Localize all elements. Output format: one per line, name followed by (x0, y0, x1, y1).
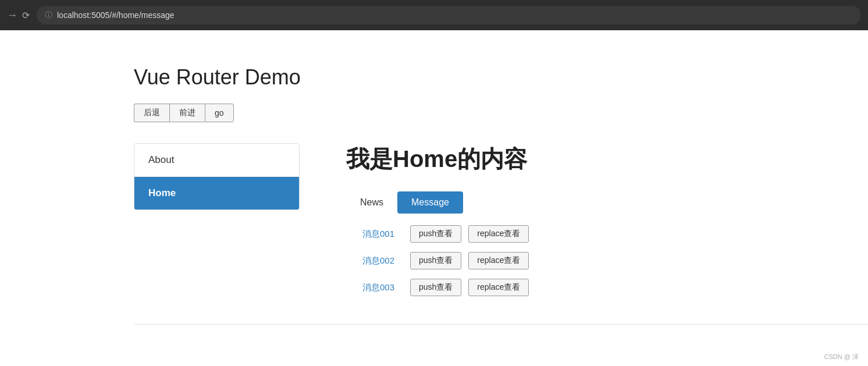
back-arrow-icon[interactable]: → (7, 9, 17, 22)
sidebar-item-home[interactable]: Home (134, 177, 299, 209)
main-layout: About Home 我是Home的内容 News Message 消息001 … (134, 143, 868, 305)
separator (134, 324, 868, 325)
browser-bar: → ⟳ ⓘ localhost:5005/#/home/message (0, 0, 868, 30)
sidebar: About Home (134, 143, 300, 210)
replace-button-001[interactable]: replace查看 (468, 225, 529, 243)
message-link-002[interactable]: 消息002 (362, 255, 403, 266)
tab-message[interactable]: Message (397, 191, 463, 214)
page-content: Vue Router Demo 后退 前进 go About Home 我是Ho… (0, 30, 868, 348)
right-content: 我是Home的内容 News Message 消息001 push查看 repl… (300, 143, 868, 305)
tab-news[interactable]: News (346, 191, 397, 214)
go-button[interactable]: go (205, 104, 234, 122)
sub-tabs: News Message (346, 191, 868, 214)
forward-button[interactable]: 前进 (169, 104, 205, 122)
replace-button-003[interactable]: replace查看 (468, 279, 529, 296)
list-item: 消息002 push查看 replace查看 (362, 252, 868, 269)
list-item: 消息001 push查看 replace查看 (362, 225, 868, 243)
replace-button-002[interactable]: replace查看 (468, 252, 529, 269)
push-button-001[interactable]: push查看 (410, 225, 461, 243)
browser-nav: → ⟳ (7, 9, 30, 22)
message-link-001[interactable]: 消息001 (362, 229, 403, 240)
home-content-title: 我是Home的内容 (346, 143, 868, 175)
page-title: Vue Router Demo (134, 65, 868, 90)
push-button-003[interactable]: push查看 (410, 279, 461, 296)
sidebar-item-about[interactable]: About (134, 144, 299, 177)
message-list: 消息001 push查看 replace查看 消息002 push查看 repl… (346, 225, 868, 296)
nav-buttons: 后退 前进 go (134, 104, 868, 122)
info-icon: ⓘ (45, 10, 52, 20)
push-button-002[interactable]: push查看 (410, 252, 461, 269)
refresh-icon[interactable]: ⟳ (22, 10, 30, 21)
list-item: 消息003 push查看 replace查看 (362, 279, 868, 296)
url-text: localhost:5005/#/home/message (57, 10, 175, 20)
message-link-003[interactable]: 消息003 (362, 282, 403, 293)
back-button[interactable]: 后退 (134, 104, 169, 122)
address-bar: ⓘ localhost:5005/#/home/message (37, 6, 861, 24)
